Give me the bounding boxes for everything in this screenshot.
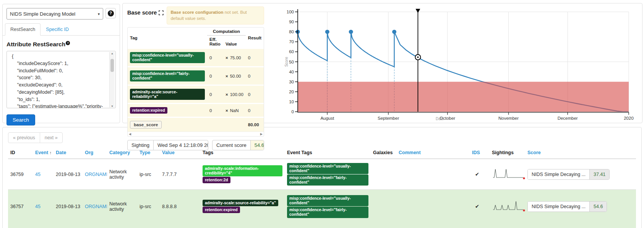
org-link[interactable]: ORGNAME [85, 172, 107, 177]
svg-text:20: 20 [289, 90, 294, 94]
decay-chart-container: 0102030405060708090100AugustSeptemberOct… [266, 4, 641, 122]
attr-id: 36759 [8, 159, 33, 190]
tag-badge: admiralty-scale:source-reliability="a" [203, 200, 278, 206]
event-tag-badge: misp:confidence-level="usually-confident… [287, 195, 368, 206]
multiply-icon: × [225, 74, 228, 78]
scroll-up-icon[interactable]: ▲ [111, 52, 114, 55]
col-galaxies: Galaxies [371, 147, 396, 159]
svg-text:August: August [320, 116, 334, 121]
top-section: NIDS Simple Decaying Model ▾ ? RestSearc… [0, 0, 644, 125]
col-header-result: Result [246, 28, 264, 49]
base-score-row: admiralty-scale:source-reliability="a" 0… [128, 85, 264, 104]
model-select[interactable]: NIDS Simple Decaying Model ▾ [6, 8, 103, 20]
score-model-button[interactable]: NIDS Simple Decaying ... [528, 169, 590, 179]
base-score-total-row: base_score 80.00 [128, 117, 264, 132]
help-button[interactable]: ? [105, 8, 116, 18]
score-value: 54.6 [590, 202, 607, 212]
multiply-icon: × [225, 92, 228, 97]
base-score-row: misp:confidence-level="usually-confident… [128, 49, 264, 67]
ids-check-icon: ✔ [470, 190, 490, 228]
base-score-warning-alert: Base score configuration not set. But de… [167, 7, 264, 24]
base-score-row: retention:expired 0 ×NaN 0 [128, 104, 264, 117]
svg-text:90: 90 [289, 20, 294, 24]
col-header-eff-ratio: Eff. Ratio [207, 36, 223, 49]
textarea-scrollbar[interactable]: ▲ ▼ [109, 52, 115, 107]
attr-category: Network activity [107, 190, 137, 228]
scrollbar-thumb[interactable] [110, 59, 114, 72]
eff-ratio-value: 0 [207, 104, 223, 117]
tag-result: 0 [246, 104, 264, 117]
attr-value: 8.8.8.8 [160, 190, 200, 228]
base-score-title: Base score [127, 7, 164, 16]
scroll-left-icon[interactable]: ◀ [129, 132, 131, 136]
sighting-info: Sighting Wed Sep 4 12:18:09 2019 [127, 140, 208, 150]
tab-restsearch[interactable]: RestSearch [5, 23, 41, 36]
attr-comment [396, 159, 470, 190]
tag-badge: admiralty-scale:information-credibility=… [203, 165, 282, 176]
col-event[interactable]: Event ↑ [33, 147, 54, 159]
tag-numerical-value: 50.00 [230, 74, 241, 78]
score-value: 37.41 [590, 169, 609, 179]
table-row: 36757 45 2019-08-13 ORGNAME Network acti… [8, 190, 636, 228]
tag-badge: misp:confidence-level="fairly-confident" [130, 70, 205, 81]
tag-badge: retention:expired [203, 207, 240, 213]
scroll-down-icon[interactable]: ▼ [111, 105, 114, 107]
svg-text:30: 30 [289, 80, 294, 84]
col-date[interactable]: Date [54, 147, 83, 159]
col-sightings: Sightings [490, 147, 525, 159]
col-org[interactable]: Org [83, 147, 107, 159]
event-link[interactable]: 45 [35, 172, 41, 177]
col-ids[interactable]: IDS [470, 147, 490, 159]
score-button-group[interactable]: NIDS Simple Decaying ... 37.41 [527, 169, 610, 180]
attr-value: 7.7.7.7 [160, 159, 200, 190]
col-score[interactable]: Score [525, 147, 636, 159]
sightings-sparkline [492, 167, 525, 181]
tab-specific-id[interactable]: Specific ID [41, 23, 74, 36]
col-comment[interactable]: Comment [396, 147, 470, 159]
score-model-button[interactable]: NIDS Simple Decaying ... [528, 202, 590, 212]
svg-text:60: 60 [289, 49, 294, 54]
tag-badge: misp:confidence-level="usually-confident… [130, 52, 205, 63]
restsearch-query-textarea[interactable]: { "includeDecayScore": 1, "includeFullMo… [6, 51, 116, 108]
svg-text:0: 0 [292, 109, 294, 114]
svg-text:10: 10 [289, 99, 294, 104]
svg-text:2020: 2020 [624, 116, 634, 121]
score-button-group[interactable]: NIDS Simple Decaying ... 54.6 [527, 201, 607, 212]
eff-ratio-value: 0 [207, 49, 223, 67]
svg-text:100: 100 [287, 10, 294, 14]
multiply-icon: × [225, 108, 228, 113]
restsearch-heading: Attribute RestSearch? [6, 41, 116, 48]
search-button[interactable]: Search [6, 114, 35, 125]
attr-type: ip-src [137, 159, 160, 190]
sighting-date: Wed Sep 4 12:18:09 2019 [154, 140, 208, 150]
attr-date: 2019-08-13 [54, 159, 83, 190]
event-tag-badge: misp:confidence-level="fairly-confident" [287, 207, 368, 218]
previous-page-button[interactable]: « previous [8, 132, 40, 143]
svg-text:80: 80 [289, 29, 294, 34]
decay-score-chart[interactable]: 0102030405060708090100AugustSeptemberOct… [266, 4, 639, 121]
tag-result: 0 [246, 67, 264, 85]
svg-text:70: 70 [289, 39, 294, 44]
attr-galaxies [371, 159, 396, 190]
attributes-header-row: ID Event ↑ Date Org Category Type Value … [8, 147, 636, 159]
expand-icon[interactable] [159, 10, 164, 15]
base-score-total: 80.00 [246, 117, 264, 132]
svg-text:September: September [378, 116, 399, 121]
tag-numerical-value: 100.00 [230, 92, 243, 97]
event-link[interactable]: 45 [35, 204, 41, 209]
attr-id: 36757 [8, 190, 33, 228]
org-link[interactable]: ORGNAME [85, 204, 107, 209]
svg-text:Score: Score [284, 57, 289, 67]
col-header-value: Value [223, 36, 246, 49]
scroll-right-icon[interactable]: ▶ [260, 132, 263, 136]
next-page-button[interactable]: next » [40, 132, 63, 143]
tag-numerical-value: NaN [230, 108, 239, 113]
tag-badge: retention:expired [130, 107, 167, 114]
attr-comment [396, 190, 470, 228]
base-score-badge: base_score [130, 121, 162, 129]
svg-text:40: 40 [289, 70, 294, 74]
attr-date: 2019-08-13 [54, 190, 83, 228]
horizontal-scrollbar[interactable]: ◀ ▶ [128, 132, 264, 136]
eff-ratio-value: 0 [207, 67, 223, 85]
multiply-icon: × [225, 55, 228, 60]
